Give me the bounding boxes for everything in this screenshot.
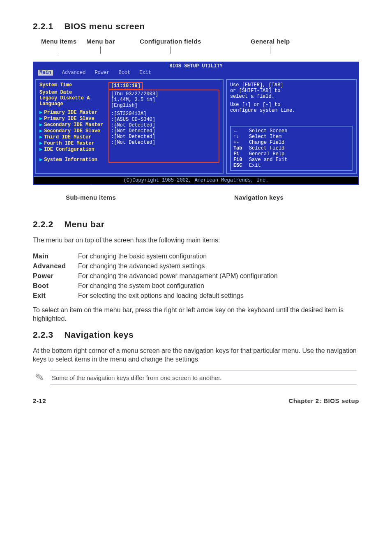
- field-value: :[ST320413A]: [111, 111, 217, 117]
- heading-navigation-keys: 2.2.3 Navigation keys: [33, 330, 359, 340]
- field-value: [English]: [111, 103, 217, 108]
- submenu-arrow-icon: ▶: [39, 122, 42, 128]
- bios-title: BIOS SETUP UTILITY: [34, 62, 358, 69]
- item-desc: For changing the system boot configurati…: [78, 281, 359, 291]
- field-value: :[Not Detected]: [111, 122, 217, 128]
- note-box: ✎ Some of the navigation keys differ fro…: [33, 371, 359, 385]
- nav-key: ↑↓: [233, 134, 246, 140]
- item-desc: For changing the advanced system setting…: [78, 261, 359, 271]
- field-value: :[Not Detected]: [111, 140, 217, 145]
- bottom-callouts: Sub-menu items Navigation keys: [33, 185, 359, 205]
- heading-menu-bar: 2.2.2 Menu bar: [33, 219, 359, 229]
- nav-desc: Exit: [249, 163, 261, 168]
- field-value: [Thu 03/27/2003]: [111, 91, 217, 97]
- nav-desc: Select Screen: [249, 128, 288, 134]
- item-name: Advanced: [33, 261, 78, 271]
- item-desc: For changing the basic system configurat…: [78, 251, 359, 261]
- help-text: Use [+] or [-] to: [230, 102, 353, 108]
- help-text: configure system time.: [230, 108, 353, 113]
- field-label[interactable]: System Time: [39, 82, 110, 90]
- page-number: 2-12: [33, 397, 46, 404]
- field-value: [1.44M, 3.5 in]: [111, 97, 217, 103]
- bios-menubar: Main Advanced Power Boot Exit: [34, 69, 358, 77]
- pencil-icon: ✎: [35, 371, 45, 385]
- callout-nav-keys: Navigation keys: [234, 194, 284, 201]
- submenu-item[interactable]: IDE Configuration: [44, 147, 94, 152]
- submenu-arrow-icon: ▶: [39, 140, 42, 146]
- submenu-arrow-icon: ▶: [39, 147, 42, 152]
- nav-key: ←: [233, 128, 246, 134]
- callout-config-fields: Configuration fields: [140, 38, 201, 45]
- submenu-item[interactable]: Third IDE Master: [44, 134, 91, 140]
- menubar-para: To select an item on the menu bar, press…: [33, 306, 359, 323]
- field-label[interactable]: Legacy Diskette A: [39, 95, 110, 101]
- top-callouts: Menu items Menu bar Configuration fields…: [33, 38, 359, 62]
- nav-key: +-: [233, 140, 246, 145]
- note-text: Some of the navigation keys differ from …: [50, 371, 357, 385]
- item-desc: For selecting the exit options and loadi…: [78, 291, 359, 301]
- nav-key: ESC: [233, 163, 246, 168]
- help-text: Use [ENTER], [TAB]: [230, 82, 353, 88]
- field-value: :[Not Detected]: [111, 134, 217, 140]
- bios-tab-exit[interactable]: Exit: [139, 70, 151, 76]
- submenu-arrow-icon: ▶: [39, 110, 42, 115]
- heading-title: Navigation keys: [64, 330, 134, 339]
- bios-tab-boot[interactable]: Boot: [118, 70, 130, 76]
- heading-num: 2.2.2: [33, 219, 62, 229]
- submenu-arrow-icon: ▶: [39, 116, 42, 122]
- field-value: :[Not Detected]: [111, 128, 217, 134]
- callout-menu-bar: Menu bar: [86, 38, 115, 45]
- bios-footer: (C)Copyright 1985-2002, American Megatre…: [34, 176, 358, 184]
- submenu-item[interactable]: Secondary IDE Slave: [44, 128, 100, 134]
- callout-menu-items: Menu items: [41, 38, 77, 45]
- menubar-intro: The menu bar on top of the screen has th…: [33, 236, 359, 245]
- item-name: Exit: [33, 291, 78, 301]
- help-text: or [SHIFT-TAB] to: [230, 88, 353, 94]
- heading-num: 2.2.1: [33, 21, 62, 31]
- submenu-arrow-icon: ▶: [39, 134, 42, 140]
- help-text: select a field.: [230, 94, 353, 99]
- chapter-title: Chapter 2: BIOS setup: [288, 397, 359, 404]
- bios-tab-power[interactable]: Power: [95, 70, 109, 76]
- field-label[interactable]: Language: [39, 101, 110, 107]
- submenu-item[interactable]: Secondary IDE Master: [44, 122, 103, 128]
- item-name: Power: [33, 271, 78, 281]
- bios-screenshot: BIOS SETUP UTILITY Main Advanced Power B…: [33, 62, 359, 185]
- heading-num: 2.2.3: [33, 330, 62, 340]
- submenu-item[interactable]: Primary IDE Master: [44, 110, 97, 115]
- navigation-keys-box: ←Select Screen ↑↓Select Item +-Change Fi…: [230, 126, 353, 171]
- heading-title: Menu bar: [64, 219, 104, 229]
- item-name: Main: [33, 251, 78, 261]
- submenu-arrow-icon: ▶: [39, 157, 42, 163]
- field-value: :[ASUS CD-S340]: [111, 117, 217, 122]
- submenu-item[interactable]: System Information: [44, 157, 97, 163]
- heading-bios-menu-screen: 2.2.1 BIOS menu screen: [33, 21, 359, 31]
- nav-para: At the bottom right corner of a menu scr…: [33, 346, 359, 364]
- field-label[interactable]: System Date: [39, 90, 110, 95]
- nav-desc: Select Field: [249, 145, 284, 151]
- bios-right-panel: Use [ENTER], [TAB] or [SHIFT-TAB] to sel…: [226, 79, 357, 174]
- nav-desc: Save and Exit: [249, 157, 288, 163]
- field-value[interactable]: [11:10:19]: [108, 82, 143, 90]
- callout-submenu-items: Sub-menu items: [66, 194, 116, 201]
- submenu-item[interactable]: Primary IDE Slave: [44, 116, 94, 122]
- nav-key: Tab: [233, 145, 246, 151]
- heading-title: BIOS menu screen: [64, 21, 145, 31]
- item-name: Boot: [33, 281, 78, 291]
- bios-tab-main[interactable]: Main: [38, 70, 53, 76]
- submenu-arrow-icon: ▶: [39, 128, 42, 134]
- callout-general-help: General help: [251, 38, 290, 45]
- page-footer: 2-12 Chapter 2: BIOS setup: [33, 397, 359, 404]
- nav-key: F1: [233, 151, 246, 157]
- bios-left-panel: System Time [11:10:19] System Date Legac…: [35, 79, 224, 174]
- menubar-items-table: MainFor changing the basic system config…: [33, 251, 359, 301]
- nav-desc: Change Field: [249, 140, 284, 145]
- nav-key: F10: [233, 157, 246, 163]
- bios-tab-advanced[interactable]: Advanced: [62, 70, 86, 76]
- item-desc: For changing the advanced power manageme…: [78, 271, 359, 281]
- nav-desc: General Help: [249, 151, 284, 157]
- nav-desc: Select Item: [249, 134, 281, 140]
- submenu-item[interactable]: Fourth IDE Master: [44, 140, 94, 146]
